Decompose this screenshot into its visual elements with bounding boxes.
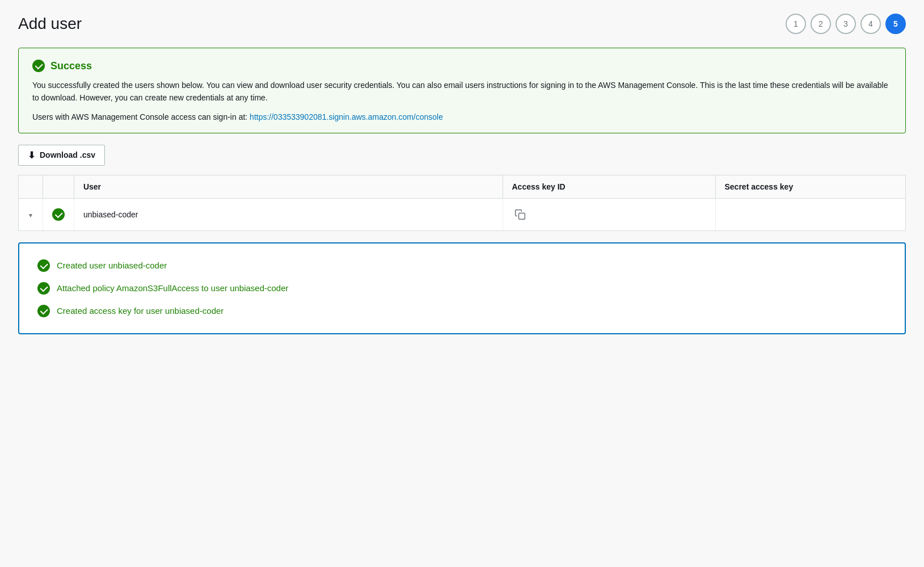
details-item-3: Created access key for user unbiased-cod… (37, 305, 887, 317)
table-body: ▼ unbiased-coder (19, 198, 905, 230)
success-signin-link[interactable]: https://033533902081.signin.aws.amazon.c… (250, 112, 443, 121)
expand-arrow-icon[interactable]: ▼ (28, 212, 33, 219)
row-username: unbiased-coder (83, 210, 138, 219)
steps-indicator: 1 2 3 4 5 (786, 14, 906, 34)
row-user-cell: unbiased-coder (74, 198, 503, 230)
users-table: User Access key ID Secret access key ▼ (19, 175, 905, 230)
success-title: Success (50, 60, 92, 72)
step-4[interactable]: 4 (860, 14, 881, 34)
page-title: Add user (18, 15, 82, 33)
col-header-expand (19, 175, 43, 199)
row-expand-cell[interactable]: ▼ (19, 198, 43, 230)
details-text-3: Created access key for user unbiased-cod… (57, 306, 223, 316)
col-header-user: User (74, 175, 503, 199)
col-header-secret-access-key: Secret access key (715, 175, 905, 199)
success-banner: Success You successfully created the use… (18, 48, 906, 133)
details-check-icon-3 (37, 305, 50, 317)
users-table-container: User Access key ID Secret access key ▼ (18, 175, 906, 231)
success-body-text: You successfully created the users shown… (32, 79, 892, 104)
row-status-cell (43, 198, 74, 230)
copy-access-key-icon[interactable] (512, 207, 528, 222)
success-header: Success (32, 60, 892, 72)
table-header: User Access key ID Secret access key (19, 175, 905, 199)
step-2[interactable]: 2 (811, 14, 831, 34)
download-icon: ⬇ (28, 150, 35, 161)
step-3[interactable]: 3 (836, 14, 856, 34)
success-check-icon (32, 60, 45, 72)
col-header-status (43, 175, 74, 199)
row-check-icon (52, 208, 65, 221)
success-signin-label: Users with AWS Management Console access… (32, 112, 250, 121)
details-check-icon-2 (37, 282, 50, 295)
success-signin-line: Users with AWS Management Console access… (32, 112, 892, 121)
row-secret-key-cell (715, 198, 905, 230)
details-card: Created user unbiased-coder Attached pol… (18, 242, 906, 334)
download-button-label: Download .csv (40, 150, 95, 159)
download-csv-button[interactable]: ⬇ Download .csv (18, 145, 105, 166)
details-check-icon-1 (37, 259, 50, 272)
details-item-1: Created user unbiased-coder (37, 259, 887, 272)
details-text-2: Attached policy AmazonS3FullAccess to us… (57, 283, 289, 293)
details-item-2: Attached policy AmazonS3FullAccess to us… (37, 282, 887, 295)
details-text-1: Created user unbiased-coder (57, 261, 167, 270)
table-row: ▼ unbiased-coder (19, 198, 905, 230)
row-access-key-cell (503, 198, 715, 230)
step-1[interactable]: 1 (786, 14, 806, 34)
step-5[interactable]: 5 (885, 14, 906, 34)
col-header-access-key-id: Access key ID (503, 175, 715, 199)
svg-rect-0 (518, 213, 525, 219)
page-header: Add user 1 2 3 4 5 (18, 14, 906, 34)
